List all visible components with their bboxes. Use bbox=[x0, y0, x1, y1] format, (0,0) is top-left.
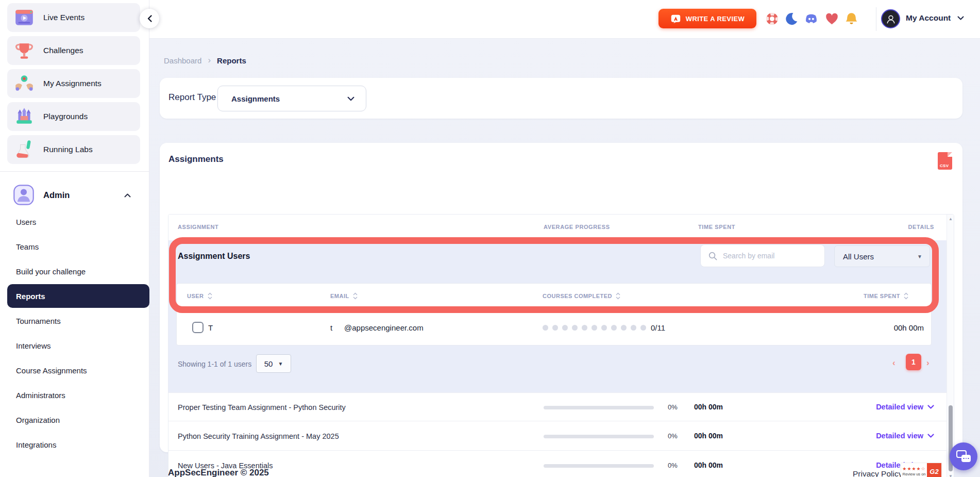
column-label: USER bbox=[187, 293, 204, 299]
admin-section-label: Admin bbox=[43, 190, 70, 200]
dark-mode-moon-icon[interactable] bbox=[784, 12, 798, 26]
progress-percent: 0% bbox=[668, 462, 678, 469]
user-table-row: T t @appsecengineer.com 0/11 00h 00m bbox=[177, 309, 931, 346]
privacy-policy-link[interactable]: Privacy Policy bbox=[853, 469, 902, 477]
sidebar-item-users[interactable]: Users bbox=[0, 210, 149, 234]
course-dot bbox=[572, 325, 578, 331]
sidebar-item-playgrounds[interactable]: Playgrounds bbox=[7, 102, 140, 131]
admin-avatar-icon bbox=[12, 184, 35, 206]
page-size-select[interactable]: 50 ▼ bbox=[256, 354, 291, 373]
detailed-view-link[interactable]: Detailed view bbox=[876, 403, 934, 411]
user-email-prefix: t bbox=[330, 323, 332, 332]
search-by-email-input[interactable] bbox=[723, 252, 816, 260]
sidebar-item-label: Integrations bbox=[16, 440, 56, 449]
pagination-next-button[interactable]: › bbox=[926, 358, 930, 368]
users-pagination-row: Showing 1-1 of 1 users 50 ▼ ‹ 1 › bbox=[168, 354, 954, 375]
live-events-icon bbox=[13, 7, 35, 28]
sidebar-item-interviews[interactable]: Interviews bbox=[0, 334, 149, 357]
chevron-left-icon bbox=[147, 15, 152, 22]
g2-stars: ★★★★☆ bbox=[902, 466, 925, 472]
breadcrumb: Dashboard › Reports bbox=[164, 55, 246, 65]
column-header-user[interactable]: USER bbox=[187, 292, 212, 300]
user-email-domain: @appsecengineer.com bbox=[344, 323, 424, 332]
sidebar-item-tournaments[interactable]: Tournaments bbox=[0, 309, 149, 333]
sidebar-item-my-assignments[interactable]: My Assignments bbox=[7, 69, 140, 98]
column-header-user-time-spent[interactable]: TIME SPENT bbox=[864, 292, 908, 300]
sidebar-item-teams[interactable]: Teams bbox=[0, 235, 149, 258]
sort-icon bbox=[616, 292, 620, 300]
course-dot bbox=[562, 325, 568, 331]
assignment-name: Python Security Training Assignment - Ma… bbox=[178, 432, 339, 440]
topbar-divider bbox=[876, 7, 876, 31]
sidebar-item-course-assignments[interactable]: Course Assignments bbox=[0, 358, 149, 382]
assignment-users-table-header: USER EMAIL COURSES COMPLETED bbox=[177, 284, 931, 309]
topbar: WRITE A REVIEW My Account bbox=[149, 0, 980, 39]
heart-icon[interactable] bbox=[825, 12, 839, 26]
pagination-summary: Showing 1-1 of 1 users bbox=[178, 360, 251, 368]
assignments-table: ASSIGNMENT AVERAGE PROGRESS TIME SPENT D… bbox=[168, 214, 954, 477]
sidebar-collapse-button[interactable] bbox=[140, 9, 159, 28]
my-account-label: My Account bbox=[906, 13, 951, 23]
detailed-view-label: Detailed view bbox=[876, 432, 923, 440]
sort-icon bbox=[904, 292, 908, 300]
sidebar-item-administrators[interactable]: Administrators bbox=[0, 383, 149, 407]
course-dot bbox=[611, 325, 617, 331]
help-lifebuoy-icon[interactable] bbox=[765, 12, 779, 26]
csv-fold-shape bbox=[948, 152, 952, 157]
g2-logo: G2 bbox=[927, 463, 941, 477]
search-icon bbox=[708, 252, 717, 260]
course-dot bbox=[543, 325, 548, 331]
user-time-spent-cell: 00h 00m bbox=[894, 323, 924, 332]
chat-widget-button[interactable] bbox=[950, 442, 977, 470]
write-review-button[interactable]: WRITE A REVIEW bbox=[658, 9, 756, 28]
detailed-view-label: Detailed view bbox=[876, 403, 923, 411]
report-type-select[interactable]: Assignments bbox=[217, 86, 366, 111]
column-header-email[interactable]: EMAIL bbox=[330, 292, 358, 300]
progress-percent: 0% bbox=[668, 403, 678, 411]
assignment-time-spent: 00h 00m bbox=[694, 432, 723, 440]
running-labs-flask-icon bbox=[13, 139, 35, 160]
detailed-view-link[interactable]: Detailed view bbox=[876, 432, 934, 440]
chat-bubble-dots-icon bbox=[961, 455, 971, 462]
column-label: COURSES COMPLETED bbox=[543, 293, 612, 299]
user-filter-select[interactable]: All Users ▼ bbox=[834, 245, 930, 267]
review-chat-icon bbox=[670, 13, 681, 24]
course-dot bbox=[552, 325, 558, 331]
user-avatar[interactable] bbox=[881, 9, 900, 28]
my-account-menu[interactable]: My Account bbox=[906, 13, 964, 23]
user-name-cell: T bbox=[208, 323, 213, 332]
discord-icon[interactable] bbox=[804, 12, 818, 26]
sidebar-item-label: Administrators bbox=[16, 391, 65, 400]
scroll-down-arrow[interactable]: ▼ bbox=[949, 474, 953, 477]
sidebar-admin-section-toggle[interactable]: Admin bbox=[0, 182, 149, 208]
sidebar-divider bbox=[0, 171, 149, 172]
pagination-page-1-button[interactable]: 1 bbox=[906, 354, 921, 370]
sidebar-item-integrations[interactable]: Integrations bbox=[0, 433, 149, 456]
sidebar-item-label: Course Assignments bbox=[16, 366, 87, 375]
export-csv-icon[interactable]: CSV bbox=[938, 152, 952, 170]
g2-review-badge[interactable]: ★★★★☆ Review us on G2 bbox=[901, 463, 942, 477]
sidebar-item-label: My Assignments bbox=[43, 79, 102, 88]
chevron-down-icon bbox=[957, 16, 964, 20]
notifications-bell-icon[interactable] bbox=[844, 12, 858, 26]
progress-bar bbox=[544, 406, 654, 409]
assignment-time-spent: 00h 00m bbox=[694, 403, 723, 411]
progress-percent: 0% bbox=[668, 432, 678, 440]
sidebar-item-organization[interactable]: Organization bbox=[0, 408, 149, 432]
pagination-prev-button[interactable]: ‹ bbox=[892, 358, 895, 368]
assignment-users-table: USER EMAIL COURSES COMPLETED bbox=[176, 283, 932, 346]
app-screen: Live Events Challenges My Assignments Pl… bbox=[0, 0, 980, 477]
sidebar-item-label: Organization bbox=[16, 416, 60, 424]
scroll-up-arrow[interactable]: ▲ bbox=[949, 217, 953, 221]
sidebar-item-reports[interactable]: Reports bbox=[7, 284, 149, 308]
column-header-courses-completed[interactable]: COURSES COMPLETED bbox=[543, 292, 620, 300]
g2-caption: Review us on bbox=[902, 472, 925, 476]
sidebar-item-challenges[interactable]: Challenges bbox=[7, 36, 140, 65]
sidebar-item-build-your-challenge[interactable]: Build your challenge bbox=[0, 259, 149, 283]
sidebar-item-label: Running Labs bbox=[43, 145, 93, 154]
sidebar-item-label: Challenges bbox=[43, 46, 83, 55]
sidebar-item-running-labs[interactable]: Running Labs bbox=[7, 135, 140, 164]
breadcrumb-dashboard-link[interactable]: Dashboard bbox=[164, 56, 201, 65]
sidebar-item-live-events[interactable]: Live Events bbox=[7, 3, 140, 32]
row-checkbox[interactable] bbox=[192, 322, 204, 333]
